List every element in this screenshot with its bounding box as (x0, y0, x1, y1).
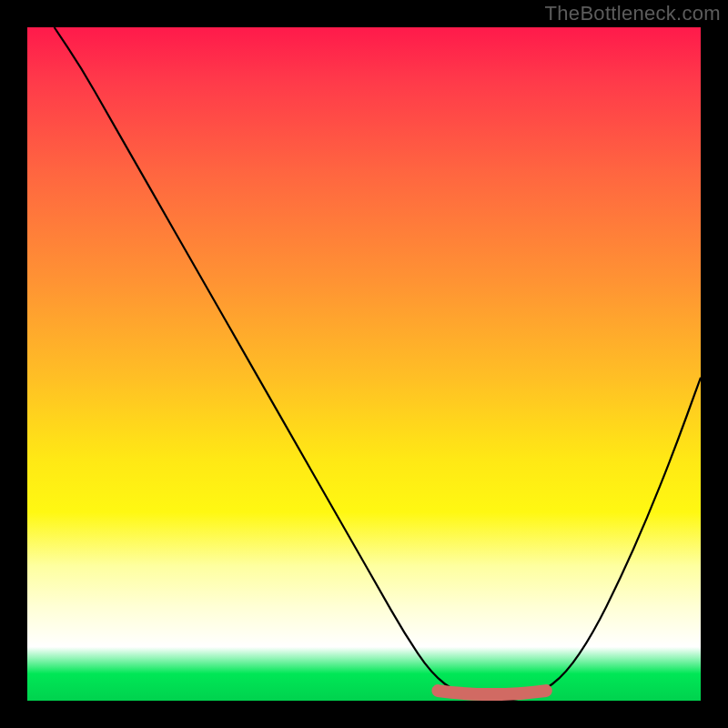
chart-svg (27, 27, 701, 701)
plot-area (27, 27, 701, 701)
chart-frame: TheBottleneck.com (0, 0, 728, 728)
minimum-marker (438, 691, 545, 694)
bottleneck-curve (55, 27, 701, 701)
watermark-text: TheBottleneck.com (545, 2, 721, 25)
